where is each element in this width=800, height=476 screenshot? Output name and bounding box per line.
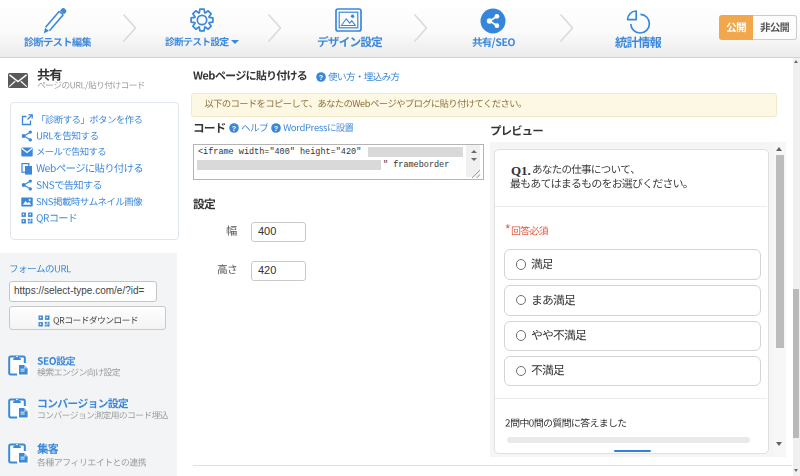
svg-text:?: ? (318, 73, 322, 80)
svg-text:?: ? (232, 125, 236, 132)
svg-text:?: ? (274, 125, 278, 132)
